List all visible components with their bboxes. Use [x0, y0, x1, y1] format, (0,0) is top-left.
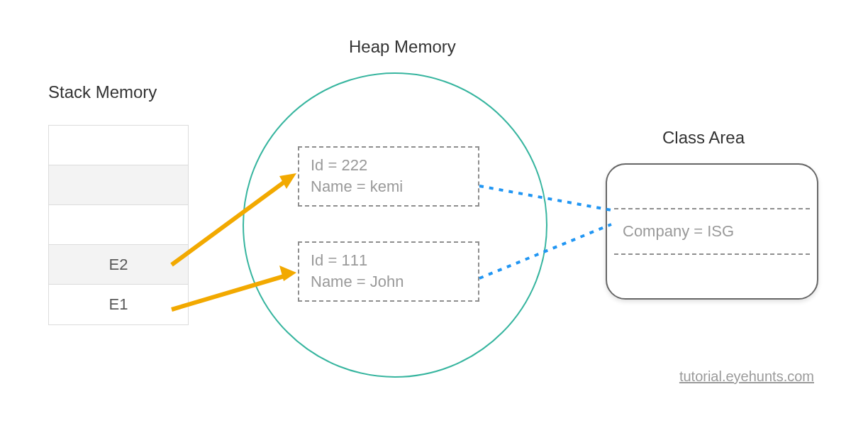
stack-cell-0: [49, 126, 188, 165]
heap-title: Heap Memory: [349, 37, 456, 57]
class-area-inner: Company = ISG: [614, 208, 810, 255]
heap-object-2-id: Id = 111: [311, 250, 467, 271]
stack-memory: E2 E1: [48, 125, 189, 325]
class-area-company: Company = ISG: [623, 222, 801, 241]
class-area-title: Class Area: [662, 128, 745, 148]
stack-cell-3: E2: [49, 245, 188, 285]
stack-cell-4: E1: [49, 285, 188, 324]
heap-object-1-name: Name = kemi: [311, 176, 467, 197]
footer-link: tutorial.eyehunts.com: [679, 368, 814, 385]
stack-title: Stack Memory: [48, 82, 157, 102]
heap-memory-circle: [243, 72, 547, 378]
heap-object-2: Id = 111 Name = John: [298, 241, 479, 302]
heap-object-2-name: Name = John: [311, 271, 467, 292]
stack-cell-2: [49, 205, 188, 245]
class-area-box: Company = ISG: [606, 163, 818, 300]
stack-cell-1: [49, 165, 188, 205]
heap-object-1: Id = 222 Name = kemi: [298, 146, 479, 207]
heap-object-1-id: Id = 222: [311, 155, 467, 176]
